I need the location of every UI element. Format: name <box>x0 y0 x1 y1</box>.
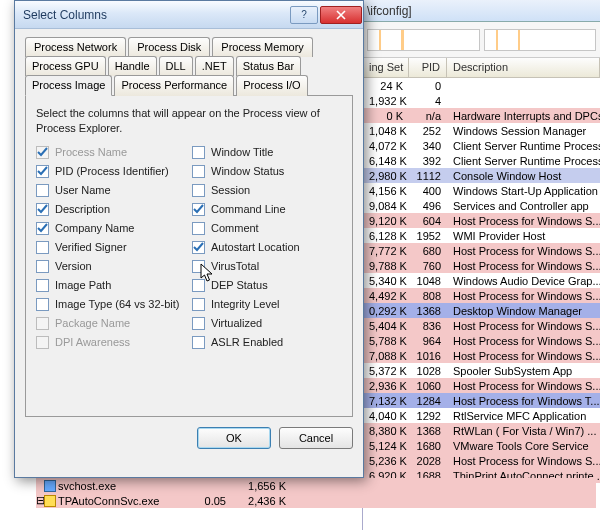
checkbox-verified-signer[interactable]: Verified Signer <box>36 241 186 254</box>
cancel-button[interactable]: Cancel <box>279 427 353 449</box>
checkbox-pid-process-identifier-[interactable]: PID (Process Identifier) <box>36 165 186 178</box>
checkbox-integrity-level[interactable]: Integrity Level <box>192 298 342 311</box>
process-row[interactable]: 2,980 K1112Console Window Host <box>363 168 600 183</box>
process-row[interactable]: 0,292 K1368Desktop Window Manager <box>363 303 600 318</box>
tab-dll[interactable]: DLL <box>159 56 193 76</box>
checkbox-label: ASLR Enabled <box>211 336 283 348</box>
bg-tree-rows[interactable]: svchost.exe1,656 K⊟TPAutoConnSvc.exe0.05… <box>36 478 596 508</box>
process-row[interactable]: 5,236 K2028Host Process for Windows S... <box>363 453 600 468</box>
process-row[interactable]: 9,084 K496Services and Controller app <box>363 198 600 213</box>
checkbox-label: PID (Process Identifier) <box>55 165 169 177</box>
checkbox-virustotal[interactable]: VirusTotal <box>192 260 342 273</box>
tab-process-i-o[interactable]: Process I/O <box>236 75 307 96</box>
col-header-description[interactable]: Description <box>447 58 600 77</box>
col-header-pid[interactable]: PID <box>409 58 447 77</box>
checkbox-label: Company Name <box>55 222 134 234</box>
checkbox-label: Window Title <box>211 146 273 158</box>
process-row[interactable]: 5,340 K1048Windows Audio Device Grap... <box>363 273 600 288</box>
process-row[interactable]: 24 K0 <box>363 78 600 93</box>
checkbox-dep-status[interactable]: DEP Status <box>192 279 342 292</box>
process-row[interactable]: 8,380 K1368RtWLan ( For Vista / Win7) ..… <box>363 423 600 438</box>
checkbox-window-status[interactable]: Window Status <box>192 165 342 178</box>
checkbox-user-name[interactable]: User Name <box>36 184 186 197</box>
process-row[interactable]: 5,788 K964Host Process for Windows S... <box>363 333 600 348</box>
checkbox-aslr-enabled[interactable]: ASLR Enabled <box>192 336 342 349</box>
dialog-body: Process NetworkProcess DiskProcess Memor… <box>15 29 363 459</box>
tab-process-gpu[interactable]: Process GPU <box>25 56 106 76</box>
checkbox-package-name: Package Name <box>36 317 186 330</box>
dialog-title: Select Columns <box>23 8 289 22</box>
checkbox-label: DEP Status <box>211 279 268 291</box>
checkbox-company-name[interactable]: Company Name <box>36 222 186 235</box>
tab-status-bar[interactable]: Status Bar <box>236 56 301 76</box>
close-button[interactable] <box>320 6 362 24</box>
checkbox-label: Comment <box>211 222 259 234</box>
checkbox-col-left: Process NamePID (Process Identifier)User… <box>36 146 186 349</box>
bg-column-headers[interactable]: ing Set PID Description <box>363 58 600 78</box>
process-icon <box>44 480 56 492</box>
col-header-working-set[interactable]: ing Set <box>363 58 409 77</box>
checkbox-image-type-64-vs-32-bit-[interactable]: Image Type (64 vs 32-bit) <box>36 298 186 311</box>
process-row[interactable]: 7,132 K1284Host Process for Windows T... <box>363 393 600 408</box>
process-row[interactable]: 1,048 K252Windows Session Manager <box>363 123 600 138</box>
checkbox-version[interactable]: Version <box>36 260 186 273</box>
checkbox-box <box>192 203 205 216</box>
process-row[interactable]: 7,088 K1016Host Process for Windows S... <box>363 348 600 363</box>
process-row[interactable]: 9,788 K760Host Process for Windows S... <box>363 258 600 273</box>
checkbox-label: User Name <box>55 184 111 196</box>
close-icon <box>336 10 346 20</box>
checkbox-session[interactable]: Session <box>192 184 342 197</box>
ok-button[interactable]: OK <box>197 427 271 449</box>
dialog-titlebar[interactable]: Select Columns ? <box>15 1 363 29</box>
checkbox-label: Image Type (64 vs 32-bit) <box>55 298 180 310</box>
process-row[interactable]: 2,936 K1060Host Process for Windows S... <box>363 378 600 393</box>
process-row[interactable]: 4,040 K1292RtlService MFC Application <box>363 408 600 423</box>
process-row[interactable]: 0 Kn/aHardware Interrupts and DPCs <box>363 108 600 123</box>
checkbox-label: VirusTotal <box>211 260 259 272</box>
process-row[interactable]: 1,932 K4 <box>363 93 600 108</box>
process-row[interactable]: 6,128 K1952WMI Provider Host <box>363 228 600 243</box>
checkbox-comment[interactable]: Comment <box>192 222 342 235</box>
process-row[interactable]: 5,404 K836Host Process for Windows S... <box>363 318 600 333</box>
checkbox-label: Command Line <box>211 203 286 215</box>
help-button[interactable]: ? <box>290 6 318 24</box>
process-row[interactable]: 4,072 K340Client Server Runtime Process <box>363 138 600 153</box>
process-row[interactable]: 4,492 K808Host Process for Windows S... <box>363 288 600 303</box>
checkbox-description[interactable]: Description <box>36 203 186 216</box>
tab-process-image[interactable]: Process Image <box>25 75 112 96</box>
sparkline-graph <box>484 29 597 51</box>
checkbox-command-line[interactable]: Command Line <box>192 203 342 216</box>
checkbox-box <box>192 165 205 178</box>
process-row[interactable]: 5,372 K1028Spooler SubSystem App <box>363 363 600 378</box>
checkbox-box <box>36 222 49 235</box>
process-icon <box>44 495 56 507</box>
tab-panel: Select the columns that will appear on t… <box>25 95 353 417</box>
checkbox-image-path[interactable]: Image Path <box>36 279 186 292</box>
process-row[interactable]: 6,148 K392Client Server Runtime Process <box>363 153 600 168</box>
process-row[interactable]: 5,124 K1680VMware Tools Core Service <box>363 438 600 453</box>
tab-process-memory[interactable]: Process Memory <box>212 37 313 57</box>
process-row[interactable]: 4,156 K400Windows Start-Up Application <box>363 183 600 198</box>
checkbox-virtualized[interactable]: Virtualized <box>192 317 342 330</box>
checkbox-window-title[interactable]: Window Title <box>192 146 342 159</box>
checkbox-col-right: Window TitleWindow StatusSessionCommand … <box>192 146 342 349</box>
checkbox-box <box>36 146 49 159</box>
checkbox-box <box>36 203 49 216</box>
tab-process-performance[interactable]: Process Performance <box>114 75 234 96</box>
tree-row[interactable]: ⊟TPAutoConnSvc.exe0.052,436 K <box>36 493 596 508</box>
tab-process-disk[interactable]: Process Disk <box>128 37 210 57</box>
tree-row[interactable]: svchost.exe1,656 K <box>36 478 596 493</box>
checkbox-label: Process Name <box>55 146 127 158</box>
tab--net[interactable]: .NET <box>195 56 234 76</box>
checkbox-box <box>192 336 205 349</box>
process-row[interactable]: 7,772 K680Host Process for Windows S... <box>363 243 600 258</box>
panel-description: Select the columns that will appear on t… <box>36 106 342 136</box>
select-columns-dialog: Select Columns ? Process NetworkProcess … <box>14 0 364 478</box>
checkbox-box <box>192 298 205 311</box>
background-window: \ifconfig] ing Set PID Description 24 K0… <box>362 0 600 530</box>
tab-handle[interactable]: Handle <box>108 56 157 76</box>
checkbox-autostart-location[interactable]: Autostart Location <box>192 241 342 254</box>
tab-process-network[interactable]: Process Network <box>25 37 126 57</box>
bg-process-rows[interactable]: 24 K01,932 K40 Kn/aHardware Interrupts a… <box>363 78 600 483</box>
process-row[interactable]: 9,120 K604Host Process for Windows S... <box>363 213 600 228</box>
